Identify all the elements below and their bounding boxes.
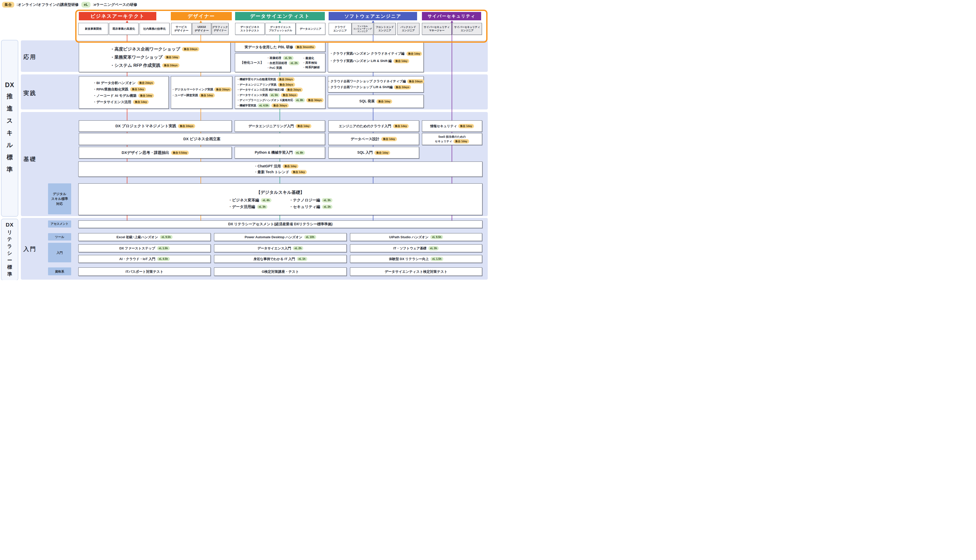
course-title: 実データを使用した PBL 研修 bbox=[244, 45, 293, 50]
course-title: Excel 初級~上級ハンズオン bbox=[116, 235, 158, 240]
el-legend-badge: eL bbox=[81, 2, 90, 8]
course-database-design: データベース設計集合 1day bbox=[328, 133, 419, 145]
course-title: ・最新 Tech トレンド bbox=[254, 170, 289, 175]
course-title: ・データ活用編 bbox=[228, 205, 255, 209]
shugo-badge: 集合 2days bbox=[182, 47, 199, 51]
course-title: G検定対策講座・テスト bbox=[262, 270, 299, 274]
shugo-badge: 集合 1day bbox=[282, 164, 298, 168]
course-title: ・ChatGPT 活用 bbox=[254, 164, 281, 168]
shugo-badge: 集合 1day bbox=[164, 55, 180, 60]
legend-shugo: 集合 :オンライン/オフラインの講座型研修 bbox=[2, 2, 79, 8]
course-ds-specialized: 【特化コース】 ・画像処理eL 5h ・自然言語処理eL 2h ・PoC 実践 … bbox=[235, 53, 325, 72]
shugo-badge: 集合 2days bbox=[214, 87, 232, 92]
el-badge: eL 3h bbox=[322, 198, 332, 202]
el-badge: eL 1.5h bbox=[157, 246, 170, 250]
dx-literacy-prefix: DX bbox=[6, 222, 13, 228]
course-title: ・デジタルマーケティング実践 bbox=[172, 88, 213, 92]
label-certification: 資格系 bbox=[48, 267, 71, 275]
course-title: IT・ソフトウェア基礎 bbox=[393, 246, 426, 251]
course-title: DX プロジェクトマネジメント実践 bbox=[115, 124, 176, 128]
course-title: ・セキュリティ編 bbox=[289, 205, 320, 209]
course-title: ・クラウド実践ハンズオン クラウドネイティブ編 bbox=[330, 51, 404, 56]
shugo-legend-text: :オンライン/オフラインの講座型研修 bbox=[17, 2, 79, 7]
role-designer: デザイナー bbox=[171, 12, 232, 20]
shugo-badge: 集合 2days bbox=[286, 88, 303, 92]
course-it-software-basics: IT・ソフトウェア基礎eL 3h bbox=[350, 244, 482, 252]
shugo-badge: 集合 3months bbox=[295, 45, 316, 49]
shugo-badge: 集合 2days bbox=[137, 81, 155, 85]
el-badge: eL 3h bbox=[257, 205, 267, 209]
course-ba-practice: ・BI データ分析ハンズオン集合 2days ・RPA/業務自動化実践集合 1d… bbox=[79, 76, 169, 109]
shugo-badge: 集合 2days bbox=[407, 79, 424, 83]
role-cyber-security: サイバーセキュリティ bbox=[422, 12, 481, 20]
subrole-cybersecurity-manager: サイバーセキュリティ マネージャー bbox=[422, 23, 452, 35]
course-g-test-prep: G検定対策講座・テスト bbox=[214, 267, 347, 276]
course-title: ・ユーザー調査実践 bbox=[172, 93, 198, 97]
course-uipath-handson: UiPath Studio ハンズオンeL 9.5h bbox=[350, 233, 482, 241]
subrole-data-science-professional: データサイエンス プロフェッショナル bbox=[265, 23, 296, 35]
subrole-backend-engineer: バックエンド エンジニア bbox=[397, 23, 419, 35]
shugo-badge: 集合 3days bbox=[271, 103, 289, 108]
course-data-scientist-test-prep: データサイエンティスト検定対策テスト bbox=[350, 267, 482, 276]
el-badge: eL 5h bbox=[269, 93, 279, 97]
subrole-cybersecurity-engineer: サイバーセキュリティ エンジニア bbox=[453, 23, 482, 35]
course-title: ・機械学習モデル自動運用実践 bbox=[237, 77, 276, 81]
dx-skill-vertical-label: 推進スキル標準 bbox=[7, 90, 13, 175]
dx-skill-prefix: DX bbox=[5, 81, 15, 88]
course-title: ・BI データ分析ハンズオン bbox=[93, 81, 136, 85]
shugo-badge: 集合 1day bbox=[296, 124, 311, 128]
arrow-up-icon bbox=[279, 20, 281, 23]
shugo-badge: 集合 1day bbox=[393, 59, 409, 63]
course-title: UiPath Studio ハンズオン bbox=[389, 235, 428, 240]
row-label-intro: 入門 bbox=[23, 245, 37, 253]
course-designer-practice: ・デジタルマーケティング実践集合 2days ・ユーザー調査実践集合 1day bbox=[171, 76, 232, 109]
course-se-cloud-handson: ・クラウド実践ハンズオン クラウドネイティブ編集合 1day ・クラウド実践ハン… bbox=[328, 42, 424, 72]
course-title: データベース設計 bbox=[351, 137, 379, 142]
course-digital-skill-basics: 【デジタルスキル基礎】 ・ビジネス変革編eL 4h ・データ活用編eL 3h ・… bbox=[78, 183, 482, 215]
arrow-up-icon bbox=[372, 20, 374, 23]
course-dx-project-management: DX プロジェクトマネジメント実践集合 2days bbox=[79, 120, 232, 132]
course-title: SaaS 担当者のための bbox=[438, 135, 466, 139]
course-dx-literacy-assessment: DX リテラシーアセスメント(経済産業省 DXリテラシー標準準拠) bbox=[78, 220, 482, 228]
course-title: ・システム RFP 作成実践 bbox=[110, 62, 160, 68]
course-title: データサイエンティスト検定対策テスト bbox=[384, 270, 447, 274]
course-title: ・最適化 bbox=[302, 57, 314, 60]
course-title: ・ビジネス変革編 bbox=[228, 198, 259, 203]
label-intro: 入門 bbox=[48, 243, 71, 262]
subrole-new-business: 新規事業開発 bbox=[78, 23, 108, 35]
subrole-frontend-engineer: フロントエンド エンジニア bbox=[374, 23, 396, 35]
row-label-practice: 実践 bbox=[23, 89, 37, 97]
course-title: ・データサイエンス応用 統計検定2級 bbox=[237, 88, 284, 92]
el-badge: eL 8h bbox=[294, 98, 305, 102]
shugo-badge: 集合 2days bbox=[278, 83, 295, 87]
course-title: SQL 発展 bbox=[359, 99, 374, 103]
course-chatgpt-trend: ・ChatGPT 活用集合 1day ・最新 Tech トレンド集合 1day bbox=[78, 162, 482, 177]
shugo-badge: 集合 1day bbox=[393, 124, 409, 128]
course-title: ・データエンジニアリング実践 bbox=[237, 83, 277, 87]
course-dx-business-planning: DX ビジネス企画立案 bbox=[79, 133, 325, 145]
role-software-engineer: ソフトウェアエンジニア bbox=[329, 12, 417, 20]
shugo-badge: 集合 1day bbox=[453, 139, 469, 143]
course-title: エンジニアのためのクラウド入門 bbox=[339, 124, 391, 128]
dx-training-curriculum-map: 集合 :オンライン/オフラインの講座型研修 eL :eラーニングベースの研修 D… bbox=[0, 0, 488, 280]
shugo-badge: 集合 1day bbox=[406, 52, 422, 56]
shugo-badge: 集合 1day bbox=[138, 93, 154, 98]
course-title: データエンジニアリング入門 bbox=[248, 124, 294, 128]
subrole-cloud-engineer: クラウド エンジニア bbox=[329, 23, 351, 35]
shugo-badge: 集合 1day bbox=[133, 100, 149, 104]
el-badge: eL 4.5h bbox=[257, 103, 270, 108]
course-power-automate-handson: Power Automate Desktop ハンズオンeL 10h bbox=[214, 233, 347, 241]
shugo-badge: 集合 2days bbox=[277, 77, 294, 82]
course-title: ・クラウド企画ワークショップ Lift & Shift編 bbox=[328, 85, 393, 89]
el-badge: eL 8h bbox=[294, 151, 305, 155]
shugo-badge: 集合 3days bbox=[281, 93, 298, 97]
course-ds-practice: ・機械学習モデル自動運用実践集合 2days ・データエンジニアリング実践集合 … bbox=[235, 76, 325, 109]
el-badge: eL 1.5h bbox=[431, 257, 443, 261]
course-title: データサイエンス入門 bbox=[257, 246, 291, 251]
course-sql-advanced: SQL 発展集合 1day bbox=[328, 95, 424, 108]
sidebar-dx-skill-standard: DX 推進スキル標準 bbox=[1, 40, 18, 217]
subrole-physical-computing-engineer: フィジカル コンピューティング エンジニア bbox=[352, 23, 373, 35]
course-title: ・データサイエンス活用 bbox=[93, 100, 131, 104]
label-digital-skill-standard: デジタル スキル標準 対応 bbox=[48, 183, 71, 214]
el-badge: eL 10h bbox=[304, 235, 316, 239]
